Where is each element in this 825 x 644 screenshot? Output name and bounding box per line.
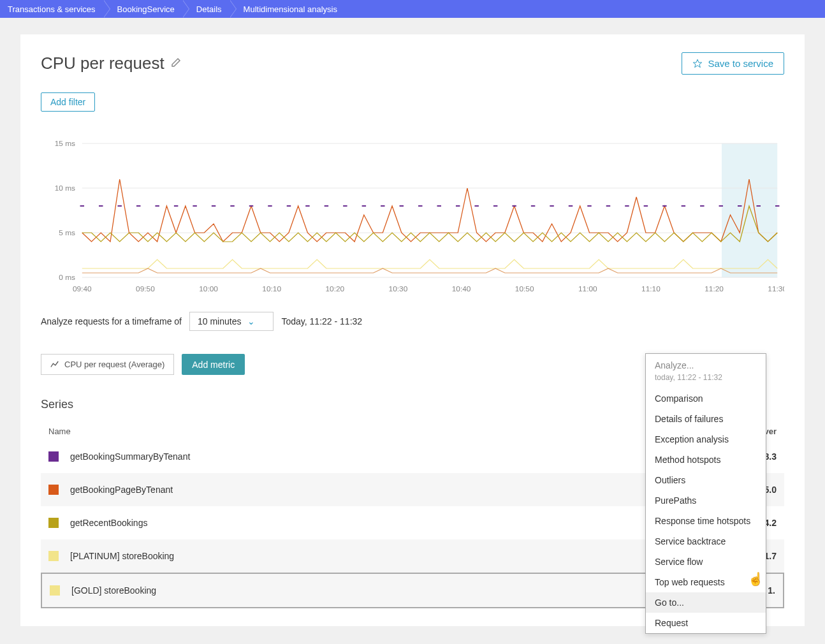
breadcrumb: Transactions & services BookingService D… (0, 0, 825, 18)
timeframe-current: Today, 11:22 - 11:32 (281, 316, 362, 326)
color-swatch (48, 451, 59, 462)
metric-pill[interactable]: CPU per request (Average) (41, 354, 174, 375)
svg-text:10 ms: 10 ms (55, 184, 76, 192)
row-name: [PLATINUM] storeBooking (70, 551, 636, 561)
context-menu-item[interactable]: Exception analysis (646, 429, 766, 450)
svg-text:10:10: 10:10 (262, 285, 281, 293)
breadcrumb-bookingservice[interactable]: BookingService (110, 0, 189, 18)
context-menu-item[interactable]: Response time hotspots (646, 511, 766, 531)
context-menu-request[interactable]: Request (646, 613, 766, 633)
context-menu-item[interactable]: Outliers (646, 470, 766, 490)
page-title: CPU per request (41, 54, 164, 73)
breadcrumb-transactions[interactable]: Transactions & services (0, 0, 110, 18)
svg-text:09:40: 09:40 (73, 285, 92, 293)
chart[interactable]: 0 ms5 ms10 ms15 ms09:4009:5010:0010:1010… (41, 137, 784, 296)
color-swatch (48, 518, 59, 528)
row-name: getBookingSummaryByTenant (70, 451, 636, 462)
chevron-down-icon: ⌄ (247, 316, 255, 326)
svg-text:5 ms: 5 ms (59, 229, 75, 237)
context-menu-item[interactable]: Service flow (646, 552, 766, 572)
row-name: getRecentBookings (70, 518, 636, 528)
add-metric-button[interactable]: Add metric (182, 354, 245, 375)
svg-text:10:50: 10:50 (515, 285, 534, 293)
metric-pill-label: CPU per request (Average) (64, 360, 164, 369)
timeframe-select[interactable]: 10 minutes ⌄ (189, 312, 274, 331)
add-filter-button[interactable]: Add filter (41, 92, 95, 112)
row-name: [GOLD] storeBooking (71, 585, 635, 596)
save-to-service-button[interactable]: Save to service (682, 52, 784, 75)
context-menu-item[interactable]: PurePaths (646, 490, 766, 511)
svg-rect-0 (722, 143, 777, 277)
main-panel: CPU per request Save to service Add filt… (20, 34, 805, 626)
svg-text:11:00: 11:00 (578, 285, 597, 293)
color-swatch (50, 585, 60, 596)
breadcrumb-details[interactable]: Details (189, 0, 236, 18)
svg-text:15 ms: 15 ms (55, 140, 76, 147)
svg-text:10:00: 10:00 (199, 285, 218, 293)
svg-text:10:40: 10:40 (452, 285, 471, 293)
context-menu-timestamp: today, 11:22 - 11:32 (646, 373, 766, 388)
svg-text:11:20: 11:20 (705, 285, 724, 293)
col-name-header: Name (48, 427, 636, 436)
svg-text:0 ms: 0 ms (59, 274, 75, 281)
context-menu-item[interactable]: Method hotspots (646, 450, 766, 470)
breadcrumb-multidimensional[interactable]: Multidimensional analysis (236, 0, 351, 18)
line-chart-icon (50, 360, 59, 369)
context-menu: Analyze... today, 11:22 - 11:32 Comparis… (645, 353, 766, 634)
cursor-icon: ☝ (748, 571, 764, 587)
context-menu-item[interactable]: Comparison (646, 388, 766, 409)
context-menu-header: Analyze... (646, 354, 766, 373)
timeframe-label: Analyze requests for a timeframe of (41, 316, 182, 326)
color-swatch (48, 485, 59, 495)
svg-text:11:10: 11:10 (641, 285, 661, 293)
context-menu-goto[interactable]: Go to... (646, 592, 766, 613)
svg-text:11:30: 11:30 (768, 285, 784, 293)
svg-text:10:20: 10:20 (325, 285, 344, 293)
svg-text:10:30: 10:30 (389, 285, 408, 293)
context-menu-item[interactable]: Service backtrace (646, 531, 766, 552)
svg-text:09:50: 09:50 (136, 285, 155, 293)
row-name: getBookingPageByTenant (70, 485, 636, 495)
timeframe-value: 10 minutes (198, 316, 241, 326)
save-button-label: Save to service (708, 58, 773, 69)
context-menu-item[interactable]: Details of failures (646, 409, 766, 429)
star-icon (692, 59, 703, 69)
edit-icon[interactable] (171, 57, 181, 70)
color-swatch (48, 551, 59, 561)
